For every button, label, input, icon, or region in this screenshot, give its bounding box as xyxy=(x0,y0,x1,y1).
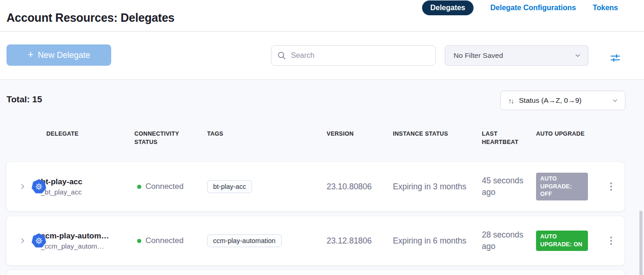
connected-status-dot xyxy=(137,185,141,189)
delegate-row[interactable]: bt-play-acc _bt_play_acc Connected bt-pl… xyxy=(6,162,625,211)
delegate-name: ccm-play-autom… xyxy=(41,231,109,241)
expand-row-button[interactable] xyxy=(19,237,27,245)
new-delegate-button[interactable]: + New Delegate xyxy=(6,44,111,66)
delegate-row-partial[interactable] xyxy=(6,270,625,275)
plus-icon: + xyxy=(28,50,34,60)
auto-upgrade-badge: AUTO UPGRADE: OFF xyxy=(536,173,588,201)
sliders-icon xyxy=(609,52,621,64)
total-count: Total: 15 xyxy=(6,94,42,105)
saved-filter-select[interactable]: No Filter Saved xyxy=(445,45,588,66)
menu-dot xyxy=(610,237,612,238)
menu-dot xyxy=(610,186,612,188)
row-menu-button[interactable] xyxy=(607,180,615,194)
tab-delegate-configurations[interactable]: Delegate Configurations xyxy=(490,4,576,12)
tab-delegates[interactable]: Delegates xyxy=(422,0,474,15)
delegate-version: 23.12.81806 xyxy=(327,236,372,246)
delegate-identifier: _ccm_play_autom… xyxy=(41,242,104,250)
col-delegate: DELEGATE xyxy=(46,130,134,146)
menu-dot xyxy=(610,240,612,242)
tab-tokens[interactable]: Tokens xyxy=(593,4,618,12)
delegate-rows: bt-play-acc _bt_play_acc Connected bt-pl… xyxy=(6,162,625,275)
chevron-down-icon xyxy=(574,52,581,59)
delegates-page: Account Settings / Account Resources / D… xyxy=(0,0,644,275)
sort-select[interactable]: ↑↓ Status (A→Z, 0→9) xyxy=(500,91,625,110)
search-icon xyxy=(277,51,286,60)
menu-dot xyxy=(610,189,612,191)
new-delegate-button-label: New Delegate xyxy=(38,50,90,60)
page-title: Account Resources: Delegates xyxy=(6,11,175,25)
delegate-name: bt-play-acc xyxy=(41,177,82,187)
delegate-identifier: _bt_play_acc xyxy=(41,188,82,196)
col-spacer xyxy=(6,130,46,146)
col-menu-spacer xyxy=(598,130,625,146)
col-version: VERSION xyxy=(327,130,393,146)
chevron-right-icon xyxy=(19,182,27,191)
row-menu-button[interactable] xyxy=(607,234,615,248)
expand-row-button[interactable] xyxy=(19,182,27,191)
breadcrumb[interactable]: Account Settings / Account Resources / D… xyxy=(6,0,284,2)
saved-filter-value: No Filter Saved xyxy=(454,51,574,60)
menu-dot xyxy=(610,243,612,245)
connectivity-status: Connected xyxy=(145,236,183,245)
menu-dot xyxy=(610,182,612,184)
last-heartbeat: 28 seconds ago xyxy=(482,229,535,253)
instance-status: Expiring in 6 months xyxy=(393,236,467,246)
tag-chip: ccm-play-automation xyxy=(207,234,282,247)
breadcrumb-text: Account Settings / Account Resources / D… xyxy=(6,1,141,2)
delegate-row[interactable]: ccm-play-autom… _ccm_play_autom… Connect… xyxy=(6,216,625,265)
page-header: Account Settings / Account Resources / D… xyxy=(0,0,644,31)
sort-value: Status (A→Z, 0→9) xyxy=(519,96,607,105)
instance-status: Expiring in 3 months xyxy=(393,182,467,192)
table-header-row: DELEGATE CONNECTIVITY STATUS TAGS VERSIO… xyxy=(6,130,625,146)
last-heartbeat: 45 seconds ago xyxy=(482,175,535,199)
toolbar: + New Delegate No Filter Saved xyxy=(0,31,644,80)
tab-bar: Delegates Delegate Configurations Tokens xyxy=(422,0,618,15)
col-auto-upgrade: AUTO UPGRADE xyxy=(536,130,598,146)
chevron-down-icon xyxy=(612,97,619,104)
col-connectivity-status: CONNECTIVITY STATUS xyxy=(134,130,207,146)
sort-icon: ↑↓ xyxy=(508,97,513,105)
vertical-scrollbar[interactable] xyxy=(639,211,643,275)
col-instance-status: INSTANCE STATUS xyxy=(393,130,482,146)
col-tags: TAGS xyxy=(207,130,327,146)
search-box xyxy=(271,45,436,66)
delegate-version: 23.10.80806 xyxy=(327,182,372,192)
connectivity-status: Connected xyxy=(145,182,183,191)
search-input[interactable] xyxy=(291,51,429,60)
connected-status-dot xyxy=(137,239,141,243)
tag-chip: bt-play-acc xyxy=(207,180,252,193)
filter-sliders-button[interactable] xyxy=(609,52,622,65)
delegate-list-area: Total: 15 ↑↓ Status (A→Z, 0→9) DELEGATE … xyxy=(0,80,644,275)
col-last-heartbeat: LAST HEARTBEAT xyxy=(482,130,536,146)
auto-upgrade-badge: AUTO UPGRADE: ON xyxy=(536,231,588,251)
chevron-right-icon xyxy=(19,237,27,245)
